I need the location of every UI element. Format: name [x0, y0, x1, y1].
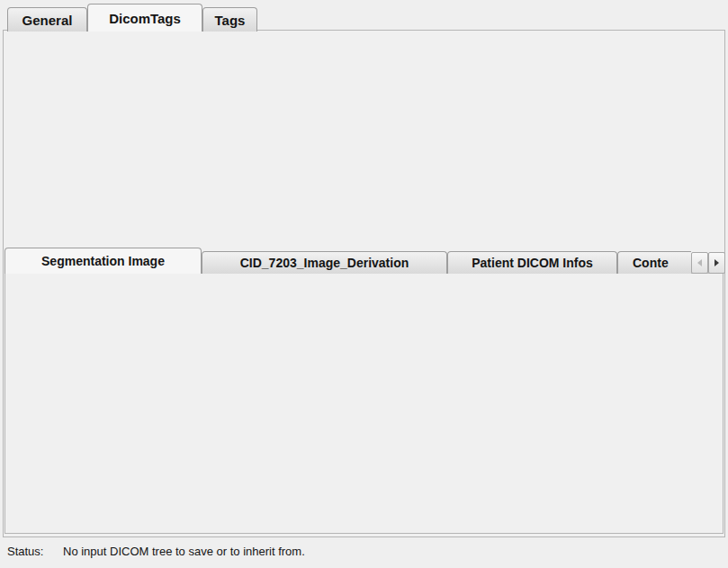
tab-scroll-right-button[interactable] — [708, 252, 725, 274]
segmentation-image-page — [4, 273, 724, 534]
tab-tags[interactable]: Tags — [202, 7, 257, 32]
tab-segmentation-image-label: Segmentation Image — [41, 254, 165, 268]
tab-general-label: General — [22, 13, 73, 28]
tab-cid-7203-label: CID_7203_Image_Derivation — [240, 256, 409, 270]
tab-tags-label: Tags — [215, 13, 246, 28]
tab-general[interactable]: General — [7, 7, 87, 32]
scroll-left-arrow-icon — [697, 259, 702, 266]
tab-scroll-left-button[interactable] — [691, 252, 708, 274]
status-label: Status: — [7, 544, 43, 559]
tab-patient-dicom-infos-label: Patient DICOM Infos — [472, 256, 593, 270]
dicom-tool-window: General DicomTags Tags Input Settings In… — [0, 0, 728, 568]
tab-dicomtags-label: DicomTags — [109, 11, 181, 26]
scroll-right-arrow-icon — [715, 259, 719, 266]
tab-patient-dicom-infos[interactable]: Patient DICOM Infos — [447, 251, 617, 274]
tab-content-truncated[interactable]: Conte — [617, 251, 691, 274]
tab-segmentation-image[interactable]: Segmentation Image — [4, 248, 202, 274]
tab-cid-7203-image-derivation[interactable]: CID_7203_Image_Derivation — [202, 251, 447, 274]
tab-dicomtags[interactable]: DicomTags — [87, 4, 202, 32]
tab-content-truncated-label: Conte — [633, 256, 669, 270]
status-message: No input DICOM tree to save or to inheri… — [63, 544, 305, 559]
